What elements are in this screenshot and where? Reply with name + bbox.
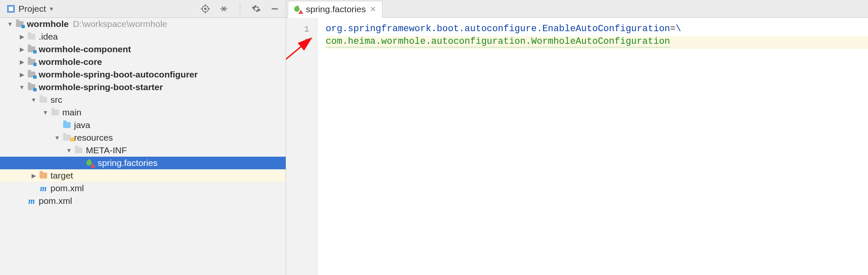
tree-item-label: wormhole-spring-boot-starter [39,82,163,92]
project-tree[interactable]: ▼wormholeD:\workspace\wormhole▶.idea▶wor… [0,18,286,275]
equals-sign: = [670,24,676,34]
tree-item-root[interactable]: ▼wormholeD:\workspace\wormhole [0,18,286,30]
tree-item-label: pom.xml [39,196,72,206]
hide-icon[interactable] [270,4,280,14]
expand-arrow-icon[interactable]: ▼ [7,21,13,27]
tree-item-label: spring.factories [98,158,157,168]
tree-item-pom1[interactable]: mpom.xml [0,182,286,195]
svg-point-1 [204,8,206,10]
tree-item-core[interactable]: ▶wormhole-core [0,56,286,68]
tree-item-java[interactable]: java [0,119,286,131]
expand-arrow-icon[interactable]: ▶ [19,33,25,40]
gear-icon[interactable] [251,4,261,14]
spring-file-icon [86,158,95,168]
tree-item-target[interactable]: ▶target [0,169,286,182]
tree-item-pom0[interactable]: mpom.xml [0,195,286,207]
line-number: 2 [286,36,317,49]
folder-blue-icon [62,120,72,130]
project-tool-window: Project ▼ ▼wormholeD:\workspa [0,0,286,275]
project-header: Project ▼ [0,0,286,18]
tree-item-metainf[interactable]: ▼META-INF [0,144,286,157]
tree-item-starter[interactable]: ▼wormhole-spring-boot-starter [0,81,286,93]
tab-label: spring.factories [306,4,366,14]
locate-icon[interactable] [200,4,210,14]
project-header-actions [200,3,282,14]
close-tab-icon[interactable]: ✕ [369,5,377,14]
tree-item-src[interactable]: ▼src [0,93,286,106]
tree-item-resources[interactable]: ▼resources [0,131,286,144]
module-icon [27,57,36,67]
tree-item-label: wormhole-core [39,57,102,67]
editor-body: 1 2 org.springframework.boot.autoconfigu… [286,18,868,275]
property-key: org.springframework.boot.autoconfigure.E… [326,24,670,34]
tree-item-label: src [50,95,62,105]
folder-lite-icon [27,32,36,41]
expand-arrow-icon[interactable]: ▼ [19,84,25,91]
module-icon [27,70,36,79]
tree-item-idea[interactable]: ▶.idea [0,30,286,43]
expand-arrow-icon[interactable]: ▶ [19,71,25,78]
code-line: com.heima.wormhole.autoconfiguration.Wor… [326,36,868,49]
tab-spring-factories[interactable]: spring.factories ✕ [288,1,382,18]
tree-item-label: wormhole [27,19,69,29]
expand-arrow-icon[interactable]: ▼ [30,96,37,103]
tree-item-comp[interactable]: ▶wormhole-component [0,43,286,56]
folder-res-icon [62,133,72,142]
code-area[interactable]: org.springframework.boot.autoconfigure.E… [317,18,868,275]
maven-icon: m [27,196,36,206]
expand-arrow-icon[interactable]: ▶ [19,59,25,65]
continuation-backslash: \ [676,24,681,34]
line-number: 1 [286,24,317,36]
tree-item-label: pom.xml [50,183,84,193]
project-view-title: Project [19,4,46,14]
property-value: com.heima.wormhole.autoconfiguration.Wor… [326,36,670,48]
module-icon [27,45,36,54]
tree-item-path: D:\workspace\wormhole [73,19,167,29]
expand-arrow-icon[interactable]: ▶ [30,172,37,179]
code-line: org.springframework.boot.autoconfigure.E… [326,24,868,36]
spring-file-icon [294,5,303,13]
expand-arrow-icon[interactable]: ▼ [54,134,61,141]
folder-lite-icon [50,108,60,117]
tree-item-label: META-INF [86,145,127,155]
tree-item-label: .idea [39,32,58,42]
gutter: 1 2 [286,18,317,275]
editor-tabs: spring.factories ✕ [286,0,868,18]
folder-lite-icon [39,95,48,104]
tree-item-label: java [74,120,90,130]
chevron-down-icon: ▼ [48,5,54,12]
expand-arrow-icon[interactable]: ▼ [66,147,72,154]
expand-arrow-icon[interactable]: ▼ [42,109,49,116]
tree-item-label: resources [74,133,113,143]
tree-item-label: target [50,171,73,181]
tree-item-main[interactable]: ▼main [0,106,286,119]
editor-area: spring.factories ✕ 1 2 org.springframewo… [286,0,868,275]
project-view-icon [6,4,16,14]
tree-item-autoconf[interactable]: ▶wormhole-spring-boot-autoconfigurer [0,68,286,81]
module-icon [27,83,36,92]
collapse-all-icon[interactable] [219,4,229,14]
tree-item-label: main [62,107,82,117]
tree-item-factories[interactable]: spring.factories [0,157,286,169]
module-icon [15,19,24,29]
folder-lite-icon [74,146,83,155]
folder-orange-icon [39,171,48,180]
maven-icon: m [39,184,48,193]
expand-arrow-icon[interactable]: ▶ [19,46,25,53]
tree-item-label: wormhole-component [39,44,131,54]
divider [240,3,240,14]
tree-item-label: wormhole-spring-boot-autoconfigurer [39,69,198,80]
project-view-selector[interactable]: Project ▼ [6,4,54,14]
